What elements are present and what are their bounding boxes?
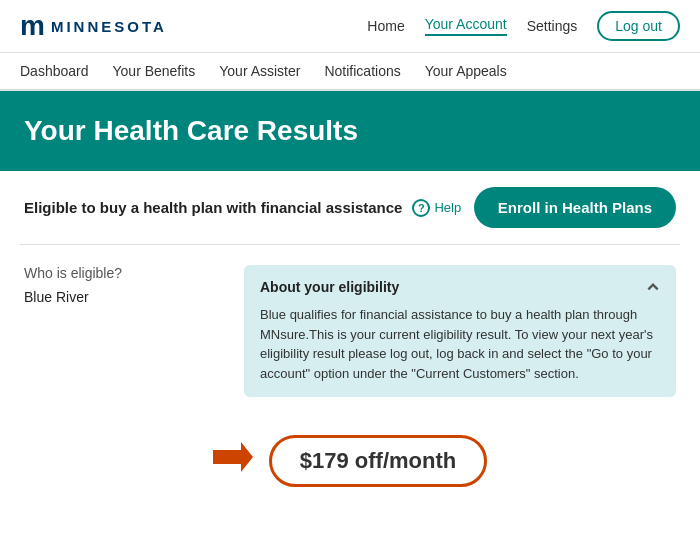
sub-nav-your-appeals[interactable]: Your Appeals [425,63,507,79]
sub-nav-your-assister[interactable]: Your Assister [219,63,300,79]
nav-your-account[interactable]: Your Account [425,16,507,36]
sub-nav-dashboard[interactable]: Dashboard [20,63,89,79]
sub-nav-your-benefits[interactable]: Your Benefits [113,63,196,79]
about-eligibility-card: About your eligibility Blue qualifies fo… [244,265,676,397]
discount-area: $179 off/month [20,407,680,497]
hero-banner: Your Health Care Results [0,91,700,171]
logo-text: Minnesota [51,18,167,35]
chevron-up-icon[interactable] [646,280,660,294]
site-header: m Minnesota Home Your Account Settings L… [0,0,700,53]
help-circle-icon: ? [412,199,430,217]
eligibility-bar: Eligible to buy a health plan with finan… [20,171,680,245]
who-eligible-name: Blue River [24,289,224,305]
discount-badge: $179 off/month [269,435,487,487]
eligibility-text-area: Eligible to buy a health plan with finan… [24,199,461,217]
eligibility-label: Eligible to buy a health plan with finan… [24,199,402,216]
card-title: About your eligibility [260,279,399,295]
page-title: Your Health Care Results [24,115,676,147]
card-header: About your eligibility [260,279,660,295]
logo-m-icon: m [20,10,43,42]
help-badge[interactable]: ? Help [412,199,461,217]
help-text: Help [434,200,461,215]
who-eligible-label: Who is eligible? [24,265,224,281]
nav-home[interactable]: Home [367,18,404,34]
logo-area: m Minnesota [20,10,167,42]
nav-settings[interactable]: Settings [527,18,578,34]
arrow-right-icon [213,442,253,480]
svg-marker-0 [213,442,253,472]
who-eligible-section: Who is eligible? Blue River [24,265,224,397]
sub-nav: Dashboard Your Benefits Your Assister No… [0,53,700,91]
eligibility-details: Who is eligible? Blue River About your e… [20,245,680,407]
logout-button[interactable]: Log out [597,11,680,41]
enroll-button[interactable]: Enroll in Health Plans [474,187,676,228]
card-body: Blue qualifies for financial assistance … [260,305,660,383]
main-content: Eligible to buy a health plan with finan… [0,171,700,517]
main-nav: Home Your Account Settings Log out [367,11,680,41]
sub-nav-notifications[interactable]: Notifications [324,63,400,79]
